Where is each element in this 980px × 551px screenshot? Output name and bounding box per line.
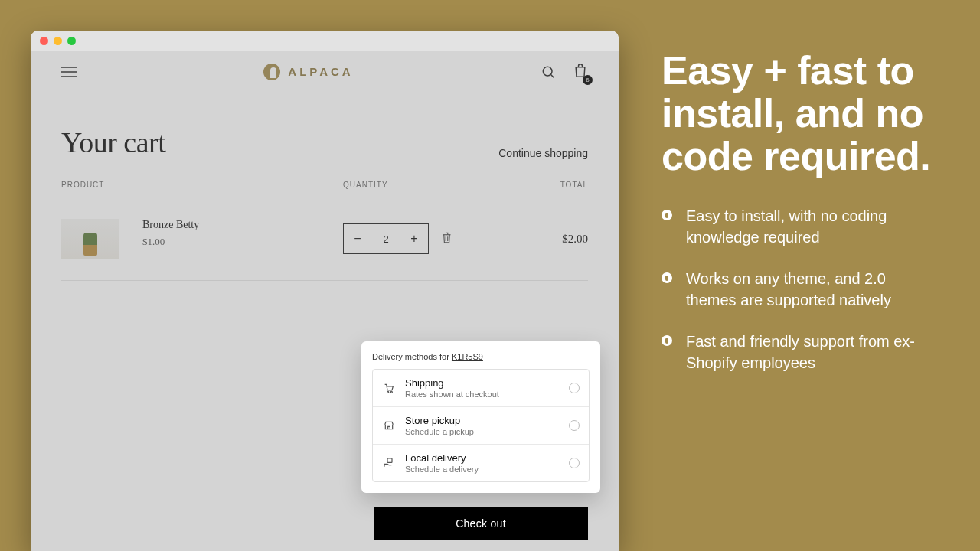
delivery-option-sub: Schedule a delivery (405, 465, 560, 474)
delivery-option-name: Store pickup (405, 415, 560, 426)
store-page: ALPACA 6 Your cart Continue s (31, 51, 619, 551)
delivery-option-store-pickup[interactable]: Store pickup Schedule a pickup (373, 406, 589, 444)
delivery-zip-link[interactable]: K1R5S9 (452, 352, 483, 361)
radio-icon[interactable] (569, 383, 580, 393)
window-minimize-icon[interactable] (54, 37, 62, 45)
window-titlebar (31, 31, 619, 51)
marketing-panel: Easy + fast to install, and no code requ… (662, 49, 937, 393)
delivery-option-name: Shipping (405, 377, 560, 389)
product-unit-price: $1.00 (142, 236, 199, 248)
checkout-button[interactable]: Check out (374, 507, 588, 540)
svg-point-7 (387, 391, 389, 393)
search-icon[interactable] (541, 64, 556, 80)
store-icon (382, 419, 396, 432)
quantity-decrease-button[interactable]: − (344, 232, 371, 246)
delivery-option-name: Local delivery (405, 452, 560, 464)
marketing-bullet-text: Fast and friendly support from ex-Shopif… (686, 331, 928, 373)
product-thumbnail[interactable] (61, 219, 119, 259)
radio-icon[interactable] (569, 420, 580, 431)
bullet-icon (662, 272, 672, 283)
delivery-option-sub: Schedule a pickup (405, 427, 560, 436)
cart-main: Your cart Continue shopping PRODUCT QUAN… (31, 93, 619, 281)
quantity-increase-button[interactable]: + (400, 232, 428, 246)
delivery-popover-title: Delivery methods for K1R5S9 (372, 352, 590, 361)
brand-logo[interactable]: ALPACA (263, 64, 353, 80)
column-header-quantity: QUANTITY (343, 181, 496, 189)
continue-shopping-link[interactable]: Continue shopping (498, 147, 588, 159)
trash-icon[interactable] (441, 231, 452, 247)
svg-point-3 (543, 67, 552, 76)
quantity-value: 2 (371, 233, 400, 245)
window-zoom-icon[interactable] (67, 37, 76, 45)
page-title: Your cart (61, 126, 165, 159)
window-close-icon[interactable] (40, 37, 48, 45)
brand-mark-icon (263, 64, 280, 80)
svg-rect-9 (387, 458, 392, 462)
delivery-option-shipping[interactable]: Shipping Rates shown at checkout (373, 370, 589, 406)
marketing-bullet-text: Easy to install, with no coding knowledg… (686, 205, 928, 248)
shipping-cart-icon (382, 382, 396, 394)
marketing-bullet: Works on any theme, and 2.0 themes are s… (662, 268, 928, 311)
bullet-icon (662, 335, 672, 346)
marketing-bullet-text: Works on any theme, and 2.0 themes are s… (686, 268, 928, 311)
line-total: $2.00 (496, 233, 588, 246)
svg-point-8 (390, 391, 392, 393)
quantity-stepper: − 2 + (343, 223, 429, 254)
column-header-total: TOTAL (496, 181, 588, 189)
store-header: ALPACA 6 (31, 51, 619, 93)
product-name[interactable]: Bronze Betty (142, 219, 199, 231)
brand-name: ALPACA (288, 65, 353, 78)
bullet-icon (662, 210, 672, 220)
delivery-options-list: Shipping Rates shown at checkout Store p… (372, 369, 590, 482)
radio-icon[interactable] (569, 458, 580, 468)
svg-line-4 (550, 74, 554, 77)
delivery-hand-icon (382, 457, 396, 469)
delivery-option-local-delivery[interactable]: Local delivery Schedule a delivery (373, 444, 589, 481)
marketing-bullet: Easy to install, with no coding knowledg… (662, 205, 928, 248)
marketing-bullet: Fast and friendly support from ex-Shopif… (662, 331, 928, 373)
cart-count-badge: 6 (583, 75, 593, 85)
browser-window: ALPACA 6 Your cart Continue s (31, 31, 619, 551)
delivery-title-prefix: Delivery methods for (372, 352, 452, 361)
delivery-methods-popover: Delivery methods for K1R5S9 Shipping Rat… (361, 341, 600, 493)
column-header-product: PRODUCT (61, 181, 343, 189)
delivery-option-sub: Rates shown at checkout (405, 390, 560, 399)
marketing-headline: Easy + fast to install, and no code requ… (662, 49, 937, 178)
marketing-bullets: Easy to install, with no coding knowledg… (662, 205, 928, 373)
cart-icon[interactable]: 6 (573, 62, 588, 82)
plant-icon (83, 233, 97, 256)
hamburger-icon[interactable] (61, 67, 77, 77)
checkout-button-label: Check out (456, 517, 506, 530)
cart-row: Bronze Betty $1.00 − 2 + (61, 197, 588, 281)
cart-table: PRODUCT QUANTITY TOTAL Bronze Betty $1.0… (61, 181, 588, 281)
